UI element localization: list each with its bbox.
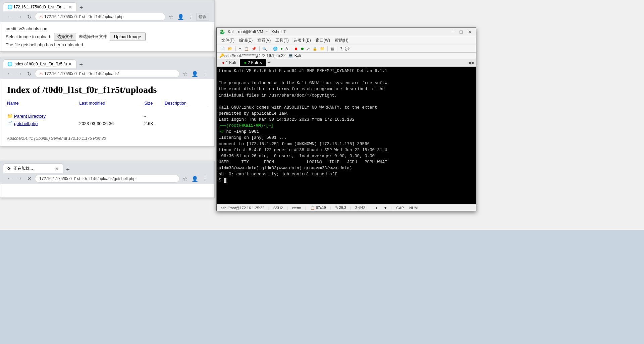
folder-icon: 📁 (7, 113, 13, 119)
address-bar-1[interactable]: ⚠ 172.16.1.175/t0d0_l1st_f0r_f1r5t/uploa… (35, 13, 165, 21)
parent-desc (165, 112, 208, 120)
tab-loading[interactable]: ⟳ 正在加载... ✕ (3, 163, 63, 173)
xshell-tab-1[interactable]: ● 1 Kali (218, 59, 240, 66)
back-btn-2[interactable]: ← (6, 70, 14, 77)
tb-green-dot[interactable]: ● (279, 46, 284, 51)
menu-btn-2[interactable]: ⋮ (201, 70, 209, 78)
tab2-close[interactable]: ✕ (259, 61, 262, 65)
tb-layout[interactable]: ▦ (330, 46, 335, 51)
menu-view[interactable]: 查看(V) (255, 37, 273, 44)
loading-page-content (0, 184, 214, 197)
parent-modified (79, 112, 144, 120)
terminal-line: USER TTY FROM LOGIN@ IDLE JCPU PCPU WHAT (219, 159, 474, 165)
address-bar-2[interactable]: ⚠ 172.16.1.175/t0d0_l1st_f0r_f1r5t/uploa… (35, 70, 179, 78)
col-desc-link[interactable]: Description (165, 101, 186, 106)
menu-help[interactable]: 帮助(H) (333, 37, 351, 44)
profile-btn-3[interactable]: 👤 (190, 175, 200, 183)
bookmark-btn-2[interactable]: ☆ (181, 70, 189, 78)
xshell-tab-2[interactable]: ● 2 Kali ✕ (240, 59, 266, 66)
tab-nav-left[interactable]: ◀ (468, 60, 471, 65)
profile-btn-1[interactable]: 👤 (176, 13, 185, 21)
parent-dir-link[interactable]: Parent Directory (14, 114, 46, 119)
minimize-btn[interactable]: ─ (450, 29, 456, 35)
tb-red-stop[interactable]: ⏹ (293, 46, 299, 51)
menu-tabs[interactable]: 选项卡(B) (291, 37, 313, 44)
tb-help[interactable]: ? (339, 46, 343, 51)
choose-file-btn[interactable]: 选择文件 (54, 33, 76, 41)
tab-directory[interactable]: 🌐 Index of /t0d0_l1st_f0r_f1r5t/u ✕ (3, 59, 76, 68)
tb-copy[interactable]: 📋 (243, 46, 250, 51)
col-lastmod-header: Last modified (79, 99, 144, 107)
ssh-path: ssh://root:********@172.16.1.25:22 (224, 53, 285, 58)
dir-page-title: Index of /t0d0_l1st_f0r_f1r5t/uploads (7, 84, 208, 95)
forward-btn-1[interactable]: → (16, 13, 24, 20)
stop-btn-3[interactable]: ✕ (26, 175, 33, 183)
tb-connect[interactable]: 🌐 (272, 46, 279, 51)
status-terminal: xterm (290, 206, 303, 210)
col-size-link[interactable]: Size (144, 101, 153, 106)
forward-btn-2[interactable]: → (16, 70, 24, 77)
new-tab-btn-2[interactable]: + (77, 61, 85, 68)
xshell-tabs-bar: ● 1 Kali ● 2 Kali ✕ + ◀ ▶ (217, 59, 476, 67)
tab-favicon-3: ⟳ (7, 166, 12, 171)
tab2-label: 2 Kali (248, 60, 258, 65)
tb-paste[interactable]: 📌 (251, 46, 257, 51)
profile-btn-2[interactable]: 👤 (190, 70, 200, 78)
new-xshell-tab-btn[interactable]: + (266, 60, 272, 66)
menu-edit[interactable]: 编辑(E) (237, 37, 255, 44)
xshell-session-bar: 🔑 ssh://root:********@172.16.1.25:22 💻 K… (217, 53, 476, 59)
status-protocol: SSH2 (272, 206, 284, 210)
tab-nav-right[interactable]: ▶ (472, 60, 475, 65)
terminal-line: $ (219, 177, 474, 183)
new-tab-btn-1[interactable]: + (77, 4, 85, 11)
menu-btn-3[interactable]: ⋮ (201, 175, 209, 183)
menu-file[interactable]: 文件(F) (219, 37, 236, 44)
terminal-body[interactable]: Linux Kali-VM 6.1.0-kali5-amd64 #1 SMP P… (217, 67, 476, 204)
new-tab-btn-3[interactable]: + (64, 166, 72, 173)
terminal-line: The programs included with the Kali GNU/… (219, 80, 474, 86)
translate-btn[interactable]: 错误 (196, 13, 209, 21)
xshell-app-icon: 🐉 (219, 29, 225, 35)
tb-green-rec[interactable]: ⏺ (300, 46, 305, 51)
browser-chrome-1: 🌐 172.16.1.175/t0d0_l1st_f0r_f1r ✕ + ← →… (0, 0, 214, 22)
terminal-line (219, 74, 474, 80)
bookmark-btn-3[interactable]: ☆ (181, 175, 189, 183)
tb-folder[interactable]: 📁 (319, 46, 326, 51)
tb-cut[interactable]: ✂ (237, 46, 243, 51)
tab-close-3[interactable]: ✕ (55, 166, 59, 171)
back-btn-3[interactable]: ← (6, 175, 14, 182)
upload-image-btn[interactable]: Upload Image (110, 33, 146, 41)
tb-find[interactable]: 🔍 (261, 46, 268, 51)
tab-nav-btns: ◀ ▶ (468, 60, 475, 65)
menu-btn-1[interactable]: ⋮ (187, 13, 195, 21)
tb-open[interactable]: 📂 (227, 46, 233, 51)
address-bar-3[interactable]: 172.16.1.175/t0d0_l1st_f0r_f1r5t/uploads… (35, 175, 179, 183)
refresh-btn-2[interactable]: ↻ (26, 70, 33, 78)
status-cursor: ✎ 29,3 (334, 206, 347, 210)
menu-window[interactable]: 窗口(W) (314, 37, 332, 44)
tb-lock[interactable]: 🔒 (312, 46, 318, 51)
tb-chat[interactable]: 💬 (344, 46, 351, 51)
tab-upload[interactable]: 🌐 172.16.1.175/t0d0_l1st_f0r_f1r ✕ (3, 2, 77, 11)
col-lastmod-link[interactable]: Last modified (79, 101, 105, 106)
tab-close-2[interactable]: ✕ (68, 62, 72, 66)
tab1-dot: ● (222, 60, 224, 65)
tab-close-1[interactable]: ✕ (68, 5, 72, 9)
xshell-toolbar: 📄 📂 | ✂ 📋 📌 | 🔍 | 🌐 ● A | ⏹ ⏺ ⤢ 🔒 📁 | ▦ … (217, 45, 476, 53)
terminal-line: connect to [172.16.1.25] from (UNKNOWN) … (219, 141, 474, 147)
tb-new-session[interactable]: 📄 (219, 46, 226, 51)
forward-btn-3[interactable]: → (16, 175, 24, 182)
tb-sep-2: | (258, 46, 261, 52)
bookmark-btn-1[interactable]: ☆ (167, 13, 175, 21)
tab-title-directory: Index of /t0d0_l1st_f0r_f1r5t/u (13, 62, 67, 66)
tb-font[interactable]: A (284, 46, 289, 51)
close-btn[interactable]: ✕ (467, 29, 473, 35)
getshell-link[interactable]: getshell.php (14, 121, 38, 126)
refresh-btn-1[interactable]: ↻ (26, 13, 33, 21)
maximize-btn[interactable]: □ (459, 29, 464, 35)
tb-expand[interactable]: ⤢ (306, 46, 311, 51)
menu-tools[interactable]: 工具(T) (273, 37, 290, 44)
back-btn-1[interactable]: ← (6, 13, 14, 20)
col-name-link[interactable]: Name (7, 101, 19, 106)
toolbar-right-3: ☆ 👤 ⋮ (181, 175, 209, 183)
